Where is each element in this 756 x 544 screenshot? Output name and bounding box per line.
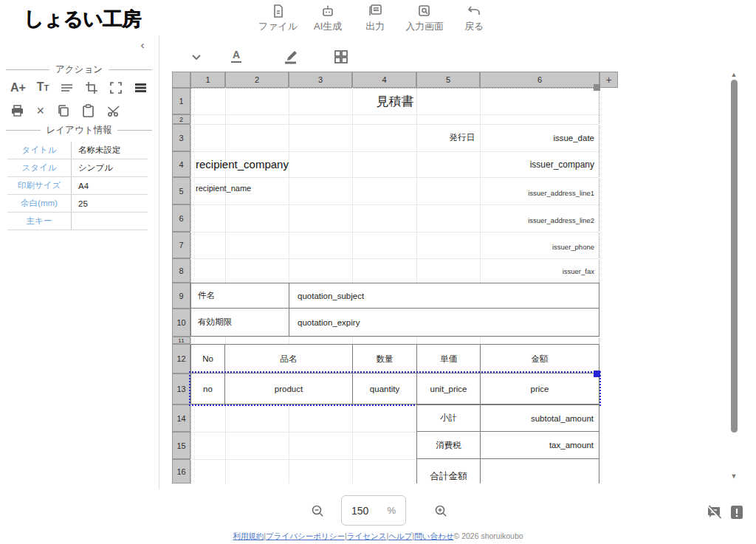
layout-margin-value[interactable]: 25 (71, 195, 148, 212)
layout-size-value[interactable]: A4 (71, 177, 148, 194)
selection-corners-icon[interactable] (109, 81, 123, 94)
subject-label-cell[interactable]: 件名 (190, 283, 289, 309)
terms-link[interactable]: 利用規約 (233, 531, 264, 540)
back-button[interactable]: 戻る (457, 4, 491, 33)
privacy-link[interactable]: プライバシーポリシー (266, 531, 345, 540)
expiry-label-cell[interactable]: 有効期限 (190, 308, 289, 337)
row-header-5[interactable]: 5 (172, 177, 190, 204)
alert-icon[interactable] (729, 504, 744, 523)
col-header-1[interactable]: 1 (190, 72, 225, 88)
items-header-product[interactable]: 品名 (224, 344, 353, 373)
items-cell-no[interactable]: no (190, 373, 225, 404)
page-handle[interactable] (594, 84, 600, 91)
issuer-fax-cell[interactable]: issuer_fax (480, 260, 599, 283)
issue-date-label-cell[interactable]: 発行日 (416, 124, 480, 151)
layout-title-value[interactable]: 名称未設定 (71, 142, 148, 159)
recipient-name-cell[interactable]: recipient_name (190, 177, 375, 199)
thick-rows-icon[interactable] (134, 82, 148, 94)
row-header-12[interactable]: 12 (172, 344, 190, 373)
row-header-3[interactable]: 3 (172, 124, 190, 151)
add-text-icon[interactable]: A+ (10, 80, 26, 95)
issuer-company-cell[interactable]: issuer_company (480, 151, 599, 177)
input-screen-button[interactable]: 入力画面 (405, 4, 444, 33)
subtotal-label-cell[interactable]: 小計 (416, 404, 481, 432)
issuer-address2-cell[interactable]: issuer_address_line2 (480, 208, 599, 232)
doc-title-cell[interactable]: 見積書 (190, 88, 599, 114)
crop-icon[interactable] (85, 81, 98, 94)
edit-pencil-icon[interactable] (282, 47, 298, 68)
issuer-address1-cell[interactable]: issuer_address_line1 (480, 181, 599, 204)
row-header-1[interactable]: 1 (172, 88, 190, 114)
layout-key-label: 主キー (7, 216, 71, 227)
cut-icon[interactable] (107, 105, 121, 117)
zoom-out-icon[interactable] (311, 504, 325, 521)
layout-style-value[interactable]: シンプル (71, 159, 148, 176)
subject-value-cell[interactable]: quotation_subject (289, 283, 599, 309)
help-link[interactable]: ヘルプ (388, 531, 412, 540)
copy-icon[interactable] (57, 104, 70, 117)
output-label: 出力 (365, 20, 385, 33)
contact-link[interactable]: 問い合わせ (414, 531, 453, 540)
sidebar-collapse-button[interactable]: ‹ (136, 38, 149, 52)
row-header-2[interactable]: 2 (172, 114, 190, 124)
items-header-price[interactable]: 金額 (480, 344, 599, 373)
col-header-2[interactable]: 2 (225, 72, 289, 88)
chevron-down-icon[interactable] (190, 52, 202, 65)
subtotal-value-cell[interactable]: subtotal_amount (480, 404, 599, 432)
delete-icon[interactable]: × (37, 103, 45, 118)
tax-value-cell[interactable]: tax_amount (480, 431, 599, 459)
items-cell-quantity[interactable]: quantity (352, 373, 417, 404)
ai-generate-button[interactable]: AI生成 (311, 4, 345, 33)
col-header-6[interactable]: 6 (480, 72, 599, 88)
row-header-4[interactable]: 4 (172, 151, 190, 177)
items-header-no[interactable]: No (190, 344, 225, 373)
expiry-value-cell[interactable]: quotation_expiry (289, 308, 599, 337)
row-header-10[interactable]: 10 (172, 309, 190, 337)
paste-icon[interactable] (82, 104, 94, 117)
items-cell-price[interactable]: price (480, 373, 599, 404)
total-value-cell[interactable] (480, 458, 599, 483)
col-header-3[interactable]: 3 (289, 72, 352, 88)
row-header-11[interactable]: 11 (172, 337, 190, 344)
items-header-unit-price[interactable]: 単価 (416, 344, 481, 373)
issuer-phone-cell[interactable]: issuer_phone (480, 235, 599, 258)
output-button[interactable]: PDF 出力 (358, 4, 392, 33)
row-header-14[interactable]: 14 (172, 404, 190, 432)
add-column-button[interactable]: + (599, 72, 618, 88)
row-header-6[interactable]: 6 (172, 204, 190, 232)
blocks-grid-icon[interactable] (334, 49, 348, 67)
row-header-7[interactable]: 7 (172, 232, 190, 258)
issue-date-value-cell[interactable]: issue_date (480, 124, 599, 151)
recipient-company-cell[interactable]: recipient_company (190, 151, 412, 177)
scroll-down-icon[interactable]: ▼ (729, 472, 739, 480)
zoom-in-icon[interactable] (434, 504, 448, 521)
row-header-16[interactable]: 16 (172, 459, 190, 483)
items-cell-unit-price[interactable]: unit_price (416, 373, 481, 404)
gridline (190, 337, 599, 337)
app-logo: しょるい工房 (24, 6, 141, 32)
selection-handle[interactable] (594, 371, 600, 377)
file-button[interactable]: ファイル (258, 4, 298, 33)
col-header-5[interactable]: 5 (416, 72, 480, 88)
items-header-quantity[interactable]: 数量 (352, 344, 417, 373)
row-header-15[interactable]: 15 (172, 432, 190, 459)
pdf-icon: PDF (367, 4, 383, 18)
print-icon[interactable] (10, 104, 24, 117)
col-header-4[interactable]: 4 (352, 72, 416, 88)
zoom-level-input[interactable] (351, 505, 381, 517)
text-size-icon[interactable]: TT (37, 80, 49, 95)
layout-key-value[interactable] (71, 213, 148, 230)
corner-header[interactable] (172, 72, 190, 88)
scrollbar-thumb[interactable] (731, 80, 738, 433)
row-header-9[interactable]: 9 (172, 283, 190, 309)
font-color-icon[interactable]: A (231, 49, 241, 63)
tax-label-cell[interactable]: 消費税 (416, 431, 481, 459)
chat-off-icon[interactable] (706, 504, 722, 523)
license-link[interactable]: ライセンス (347, 531, 387, 540)
align-lines-icon[interactable] (60, 82, 74, 94)
row-header-8[interactable]: 8 (172, 258, 190, 283)
scroll-up-icon[interactable]: ▲ (729, 71, 739, 78)
total-label-cell[interactable]: 合計金額 (416, 458, 481, 483)
row-header-13[interactable]: 13 (172, 373, 190, 404)
items-cell-product[interactable]: product (224, 373, 353, 404)
